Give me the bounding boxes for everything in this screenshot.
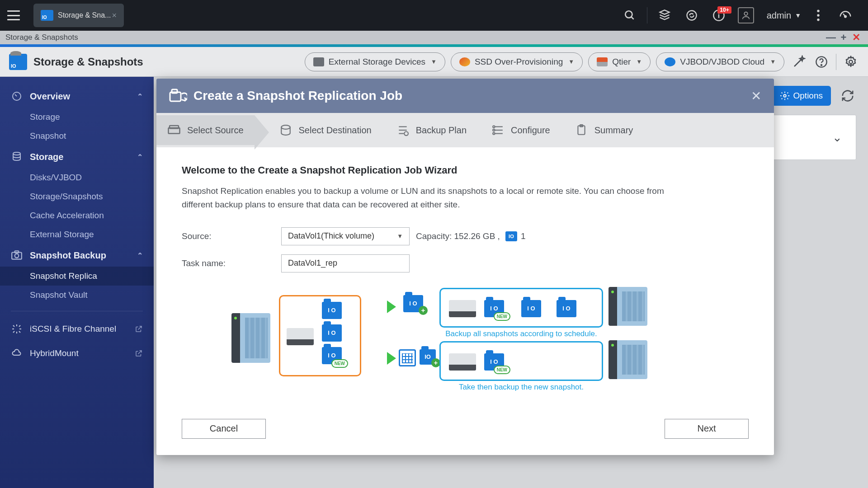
drive-icon — [313, 57, 324, 66]
task-name-input[interactable] — [281, 254, 410, 272]
next-button[interactable]: Next — [665, 419, 749, 439]
ssd-provisioning-dropdown[interactable]: SSD Over-Provisioning ▼ — [451, 52, 583, 71]
svg-rect-23 — [172, 89, 177, 93]
user-button[interactable] — [735, 5, 757, 26]
tab-label: Storage & Sna... — [58, 11, 111, 19]
window-minimize-button[interactable]: — — [825, 32, 837, 43]
options-button[interactable]: Options — [772, 86, 831, 106]
diagram-caption-new: Take then backup the new snapshot. — [439, 383, 603, 392]
nav-sidebar: Overview ⌃ Storage Snapshot Storage ⌃ Di… — [0, 77, 154, 488]
camera-icon — [11, 249, 23, 261]
hamburger-icon — [7, 10, 20, 20]
notifications-button[interactable]: 10+ — [708, 5, 730, 26]
sidebar-section-backup[interactable]: Snapshot Backup ⌃ — [0, 244, 154, 267]
sidebar-item-disks[interactable]: Disks/VJBOD — [0, 168, 154, 187]
database-icon — [11, 151, 23, 163]
app-toolbar: Storage & Snapshots External Storage Dev… — [0, 47, 868, 77]
chevron-up-icon: ⌃ — [137, 92, 143, 101]
diagram-caption-all: Backup all snapshots according to schedu… — [439, 329, 603, 338]
dest-nas-icon — [609, 340, 647, 379]
cloud-icon — [665, 57, 675, 66]
notification-badge: 10+ — [717, 6, 731, 14]
volume-icon-button[interactable] — [654, 5, 675, 26]
caret-down-icon: ▼ — [568, 58, 574, 65]
system-topbar: Storage & Sna... × 10+ admin ▼ — [0, 0, 868, 31]
sidebar-item-vault[interactable]: Snapshot Vault — [0, 286, 154, 305]
clipboard-icon — [575, 124, 588, 136]
sidebar-item-cache[interactable]: Cache Acceleration — [0, 206, 154, 225]
sidebar-item-snapshot[interactable]: Snapshot — [0, 127, 154, 145]
caret-down-icon: ▼ — [795, 12, 801, 19]
help-button[interactable] — [813, 54, 830, 70]
wizard-button[interactable] — [791, 54, 807, 70]
sidebar-item-external[interactable]: External Storage — [0, 225, 154, 244]
disk-icon — [167, 124, 181, 136]
step-backup-plan[interactable]: Backup Plan — [396, 124, 467, 136]
modal-close-button[interactable]: ✕ — [751, 89, 761, 103]
calendar-icon — [399, 349, 416, 366]
sidebar-section-storage[interactable]: Storage ⌃ — [0, 145, 154, 168]
dest-frame-all: I ONEW I O I O — [439, 288, 603, 328]
modal-body: Welcome to the Create a Snapshot Replica… — [156, 147, 774, 411]
more-button[interactable] — [807, 5, 829, 26]
create-job-modal: Create a Snapshot Replication Job ✕ Sele… — [156, 79, 774, 455]
svg-point-26 — [281, 125, 290, 129]
app-tab[interactable]: Storage & Sna... × — [33, 4, 124, 27]
app-title: Storage & Snapshots — [33, 56, 143, 68]
step-configure[interactable]: Configure — [491, 124, 550, 136]
svg-point-8 — [817, 14, 819, 16]
schedule-icon — [396, 124, 410, 136]
svg-point-34 — [493, 129, 495, 131]
sidebar-section-overview[interactable]: Overview ⌃ — [0, 85, 154, 108]
task-button[interactable] — [681, 5, 703, 26]
modal-footer: Cancel Next — [156, 411, 774, 455]
gear-icon — [780, 91, 790, 101]
step-select-source[interactable]: Select Source — [156, 115, 255, 145]
window-close-button[interactable]: ✕ — [850, 32, 863, 43]
task-name-label: Task name: — [182, 258, 281, 268]
qtier-dropdown[interactable]: Qtier ▼ — [588, 52, 651, 71]
window-maximize-button[interactable]: + — [837, 32, 850, 43]
sidebar-item-storage-snapshots[interactable]: Storage/Snapshots — [0, 187, 154, 206]
gear-icon — [844, 55, 858, 69]
cancel-button[interactable]: Cancel — [182, 419, 266, 439]
vjbod-dropdown[interactable]: VJBOD/VJBOD Cloud ▼ — [656, 52, 784, 71]
external-storage-dropdown[interactable]: External Storage Devices ▼ — [305, 52, 445, 71]
help-icon — [815, 56, 828, 68]
main-menu-button[interactable] — [0, 0, 27, 31]
user-icon — [738, 7, 754, 23]
svg-point-7 — [817, 10, 819, 12]
svg-point-13 — [821, 64, 822, 65]
svg-point-14 — [849, 60, 853, 64]
external-link-icon — [135, 349, 143, 357]
wizard-steps: Select Source Select Destination Backup … — [156, 113, 774, 147]
app-body: Overview ⌃ Storage Snapshot Storage ⌃ Di… — [0, 77, 868, 488]
dashboard-button[interactable] — [835, 5, 856, 26]
welcome-heading: Welcome to the Create a Snapshot Replica… — [182, 164, 749, 176]
search-icon — [624, 9, 636, 21]
sidebar-link-hybridmount[interactable]: HybridMount — [0, 342, 154, 365]
settings-button[interactable] — [843, 54, 859, 70]
database-icon — [279, 124, 292, 136]
sidebar-link-iscsi[interactable]: iSCSI & Fibre Channel — [0, 318, 154, 340]
gauge-icon — [839, 9, 852, 22]
sidebar-item-storage[interactable]: Storage — [0, 108, 154, 127]
task-name-row: Task name: — [182, 254, 749, 272]
step-summary[interactable]: Summary — [575, 124, 633, 136]
refresh-button[interactable] — [839, 87, 856, 104]
source-select[interactable]: DataVol1(Thick volume) ▼ — [281, 227, 410, 245]
search-button[interactable] — [619, 5, 641, 26]
expand-button[interactable]: ⌄ — [832, 131, 842, 145]
tab-close-button[interactable]: × — [112, 11, 117, 20]
step-select-destination[interactable]: Select Destination — [279, 124, 372, 136]
divider — [11, 311, 143, 311]
source-nas-icon — [231, 313, 270, 363]
username: admin — [767, 10, 791, 21]
user-menu[interactable]: admin ▼ — [767, 10, 801, 21]
sidebar-item-replica[interactable]: Snapshot Replica — [0, 267, 154, 286]
svg-line-1 — [631, 17, 633, 19]
welcome-description: Snapshot Replication enables you to back… — [182, 184, 688, 212]
storage-icon — [41, 10, 53, 21]
svg-point-17 — [13, 152, 20, 155]
svg-rect-25 — [170, 126, 179, 128]
